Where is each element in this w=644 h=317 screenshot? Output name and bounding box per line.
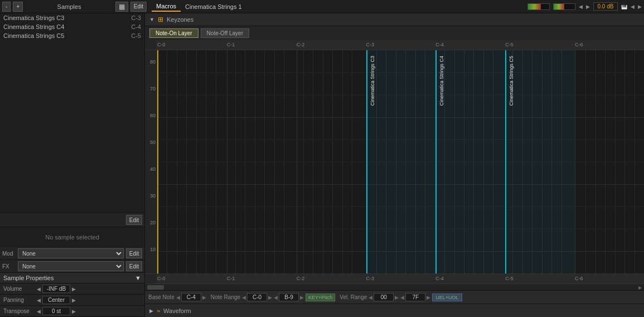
panning-row: Panning ◀ Center ▶ xyxy=(0,295,144,306)
no-sample-text: No sample selected xyxy=(0,227,144,247)
note-on-layer-tab[interactable]: Note-On Layer xyxy=(149,28,198,38)
note-label-c1-top: C-1 xyxy=(227,42,235,47)
arrow-left-meter[interactable]: ◀ xyxy=(579,4,583,9)
instrument-name: Cinematica Strings 1 xyxy=(185,3,242,10)
note-range-from-left[interactable]: ◀ xyxy=(242,295,246,300)
volume-label: Volume xyxy=(3,286,37,292)
transpose-arrow-left[interactable]: ◀ xyxy=(37,309,41,314)
vel-from-text: 00 xyxy=(374,293,394,301)
plus-button[interactable]: + xyxy=(13,2,23,12)
note-label-c1-bot: C-1 xyxy=(227,276,235,281)
keyzones-collapse-icon[interactable]: ▼ xyxy=(149,17,154,22)
keyzones-label: Keyzones xyxy=(167,16,193,23)
note-label-c2-top: C-2 xyxy=(297,42,305,47)
edit-button-left[interactable]: Edit xyxy=(126,215,142,225)
right-panel: ▼ ⊞ Keyzones Note-On Layer Note-Off Laye… xyxy=(145,13,644,317)
sample-note-c4: C-4 xyxy=(131,23,141,30)
edit-button-samples[interactable]: Edit xyxy=(130,2,147,12)
note-label-c4-bot: C-4 xyxy=(435,276,444,281)
mod-edit-btn[interactable]: Edit xyxy=(126,248,142,258)
top-bar-left: - + Samples ▦ Edit xyxy=(2,2,147,12)
vel-badge[interactable]: UEL+UOL xyxy=(432,294,462,301)
note-range-group: Note Range ◀ C-0 ▶ ◀ B-9 ▶ KEY+Pitch xyxy=(211,293,336,301)
note-range-to-right[interactable]: ▶ xyxy=(300,295,304,300)
vel-80: 80 xyxy=(150,59,156,65)
top-bar: - + Samples ▦ Edit Macros Cinematica Str… xyxy=(0,0,644,13)
vel-ruler-bottom-corner xyxy=(145,273,157,284)
base-note-text: C-4 xyxy=(181,293,201,301)
scroll-arrow-right[interactable]: ▶ xyxy=(638,285,642,290)
mod-row: Mod None Edit xyxy=(0,247,144,260)
piano-icon: 🎹 xyxy=(621,4,627,9)
transpose-arrow-right[interactable]: ▶ xyxy=(72,309,76,314)
volume-arrow-right[interactable]: ▶ xyxy=(72,286,76,292)
volume-arrow-left[interactable]: ◀ xyxy=(37,286,41,292)
mod-select[interactable]: None xyxy=(18,248,124,258)
bottom-ruler-row: C-0 C-1 C-2 C-3 C-4 C-5 C-6 xyxy=(145,273,644,284)
sample-zone-c5[interactable]: Cinematica Strings C5 xyxy=(505,50,575,273)
mod-label: Mod xyxy=(2,251,16,257)
note-label-c5-top: C-5 xyxy=(505,42,514,47)
note-label-c0-bot: C-0 xyxy=(157,276,166,281)
arrow-right-meter[interactable]: ▶ xyxy=(586,4,590,9)
sample-zone-c4[interactable]: Cinematica Strings C4 xyxy=(435,50,505,273)
vel-from-right[interactable]: ▶ xyxy=(395,295,399,300)
transpose-val-text: 0 st xyxy=(42,307,70,315)
note-ruler-top: C-0 C-1 C-2 C-3 C-4 C-5 C-6 xyxy=(157,40,644,50)
note-range-from-text: C-0 xyxy=(247,293,267,301)
note-off-layer-tab[interactable]: Note-Off Layer xyxy=(201,28,249,38)
vel-30: 30 xyxy=(150,193,156,199)
base-note-val: ◀ C-4 ▶ xyxy=(176,293,206,301)
note-label-c5-bot: C-5 xyxy=(505,276,514,281)
sample-zone-c3[interactable]: Cinematica Strings C3 xyxy=(366,50,436,273)
fx-select[interactable]: None xyxy=(18,261,124,271)
panning-arrow-left[interactable]: ◀ xyxy=(37,297,41,303)
vel-from-left[interactable]: ◀ xyxy=(369,295,372,300)
vel-40: 40 xyxy=(150,166,156,172)
left-selection-border xyxy=(157,50,158,273)
left-bottom: Edit No sample selected Mod None Edit FX… xyxy=(0,213,144,317)
sample-item-c5[interactable]: Cinematica Strings C5 C-5 xyxy=(0,31,144,40)
waveform-label: Waveform xyxy=(163,308,191,314)
samples-title: Samples xyxy=(25,3,113,10)
vel-to-right[interactable]: ▶ xyxy=(427,295,430,300)
macros-tab[interactable]: Macros xyxy=(152,2,181,12)
vel-ruler-corner xyxy=(145,40,157,50)
bottom-scrollbar[interactable]: ▶ xyxy=(145,284,644,290)
grid-main[interactable]: Cinematica Strings C3 Cinematica Strings… xyxy=(157,50,644,273)
sample-zone-label-c4: Cinematica Strings C4 xyxy=(439,56,444,106)
top-bar-right: Macros Cinematica Strings 1 ◀ ▶ 0.0 dB 🎹… xyxy=(147,2,642,12)
sample-props-header[interactable]: Sample Properties ▼ xyxy=(0,273,144,284)
layer-tabs: Note-On Layer Note-Off Layer xyxy=(145,26,644,40)
base-note-label: Base Note xyxy=(148,294,175,300)
vel-to-left[interactable]: ◀ xyxy=(400,295,404,300)
main-layout: Cinematica Strings C3 C-3 Cinematica Str… xyxy=(0,13,644,317)
base-note-arrow-left[interactable]: ◀ xyxy=(176,295,180,300)
sample-note-c5: C-5 xyxy=(131,32,141,39)
note-ruler-bottom: C-0 C-1 C-2 C-3 C-4 C-5 C-6 xyxy=(157,273,644,284)
note-range-from-right[interactable]: ▶ xyxy=(268,295,272,300)
note-label-c6-top: C-6 xyxy=(575,42,583,47)
arrow-right-2[interactable]: ▶ xyxy=(638,4,642,9)
scroll-thumb[interactable] xyxy=(147,285,164,290)
left-meter-fill xyxy=(528,4,541,9)
waveform-collapse-icon[interactable]: ▶ xyxy=(149,308,153,314)
instrument-icon-btn[interactable]: ▦ xyxy=(115,2,128,12)
arrow-left-2[interactable]: ◀ xyxy=(631,4,635,9)
sample-item-c3[interactable]: Cinematica Strings C3 C-3 xyxy=(0,13,144,22)
vel-60: 60 xyxy=(150,113,156,118)
fx-edit-btn[interactable]: Edit xyxy=(126,261,142,271)
note-range-to-left[interactable]: ◀ xyxy=(274,295,278,300)
base-note-arrow-right[interactable]: ▶ xyxy=(202,295,206,300)
vel-from-val: ◀ 00 ▶ xyxy=(369,293,399,301)
minus-button[interactable]: - xyxy=(2,2,11,12)
volume-val-text: -INF dB xyxy=(42,285,70,293)
note-range-label: Note Range xyxy=(211,294,240,300)
right-meter-fill xyxy=(554,4,564,9)
key-pitch-badge[interactable]: KEY+Pitch xyxy=(306,294,335,301)
meters-area: ◀ ▶ 0.0 dB 🎹 ◀ ▶ xyxy=(527,2,642,11)
sample-item-c4[interactable]: Cinematica Strings C4 C-4 xyxy=(0,22,144,31)
sample-zone-label-c5: Cinematica Strings C5 xyxy=(509,56,514,106)
note-label-c3-top: C-3 xyxy=(366,42,375,47)
panning-arrow-right[interactable]: ▶ xyxy=(72,297,76,303)
